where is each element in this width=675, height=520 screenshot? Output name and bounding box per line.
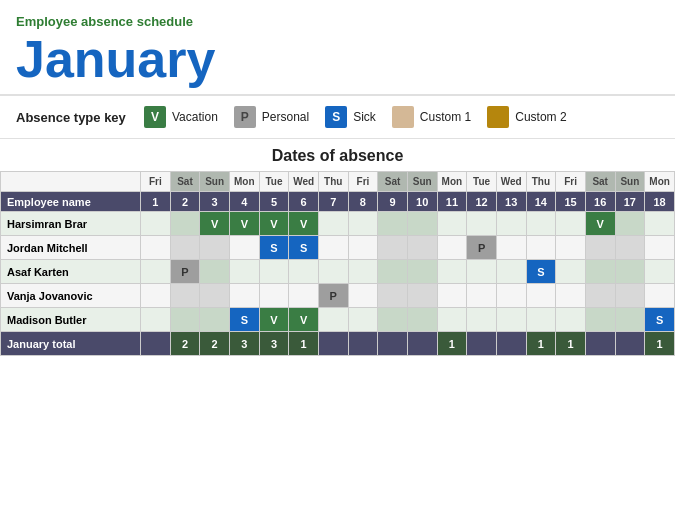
absence-cell <box>318 260 348 284</box>
absence-cell <box>259 260 289 284</box>
day-num-4: 4 <box>229 192 259 212</box>
total-cell <box>615 332 645 356</box>
dow-header-8: Sat <box>378 172 408 192</box>
absence-cell <box>615 260 645 284</box>
absence-cell <box>467 284 497 308</box>
key-item-sick: SSick <box>325 106 376 128</box>
absence-cell <box>526 236 556 260</box>
employee-name-cell: Jordan Mitchell <box>1 236 141 260</box>
absence-cell <box>467 260 497 284</box>
day-num-10: 10 <box>407 192 437 212</box>
absence-cell: V <box>585 212 615 236</box>
key-badge-personal: P <box>234 106 256 128</box>
absence-cell <box>141 212 171 236</box>
employee-name-cell: Madison Butler <box>1 308 141 332</box>
absence-cell <box>170 284 200 308</box>
absence-cell <box>378 260 408 284</box>
absence-cell <box>200 308 230 332</box>
total-cell <box>348 332 378 356</box>
absence-cell <box>289 284 319 308</box>
total-cell: 1 <box>289 332 319 356</box>
day-num-18: 18 <box>645 192 675 212</box>
employee-name-cell: Vanja Jovanovic <box>1 284 141 308</box>
absence-cell <box>229 260 259 284</box>
absence-cell <box>170 308 200 332</box>
day-num-14: 14 <box>526 192 556 212</box>
dow-header-12: Wed <box>496 172 526 192</box>
absence-key-label: Absence type key <box>16 110 126 125</box>
absence-cell <box>645 212 675 236</box>
absence-cell <box>526 308 556 332</box>
absence-cell <box>526 284 556 308</box>
total-label: January total <box>1 332 141 356</box>
absence-cell <box>645 236 675 260</box>
day-num-13: 13 <box>496 192 526 212</box>
absence-cell <box>437 212 467 236</box>
day-num-16: 16 <box>585 192 615 212</box>
dow-header-11: Tue <box>467 172 497 192</box>
dow-header-9: Sun <box>407 172 437 192</box>
employee-row: Harsimran BrarVVVVV <box>1 212 675 236</box>
day-num-7: 7 <box>318 192 348 212</box>
dow-header-1: Sat <box>170 172 200 192</box>
absence-cell: P <box>467 236 497 260</box>
absence-cell <box>526 212 556 236</box>
day-num-2: 2 <box>170 192 200 212</box>
employee-row: Madison ButlerSVVS <box>1 308 675 332</box>
absence-cell <box>437 308 467 332</box>
page-subtitle: Employee absence schedule <box>16 14 659 29</box>
dow-header-17: Mon <box>645 172 675 192</box>
absence-cell <box>170 212 200 236</box>
absence-cell <box>496 236 526 260</box>
absence-cell <box>378 308 408 332</box>
dow-header-10: Mon <box>437 172 467 192</box>
absence-cell <box>259 284 289 308</box>
empty-header <box>1 172 141 192</box>
dow-header-14: Fri <box>556 172 586 192</box>
absence-cell <box>348 212 378 236</box>
absence-cell <box>378 284 408 308</box>
absence-cell <box>378 236 408 260</box>
day-num-8: 8 <box>348 192 378 212</box>
total-row: January total223311111 <box>1 332 675 356</box>
key-label-custom2: Custom 2 <box>515 110 566 124</box>
dates-section: Dates of absence FriSatSunMonTueWedThuFr… <box>0 139 675 356</box>
total-cell <box>467 332 497 356</box>
absence-cell <box>200 236 230 260</box>
dates-title: Dates of absence <box>0 147 675 165</box>
absence-cell <box>348 260 378 284</box>
absence-cell <box>496 308 526 332</box>
day-num-17: 17 <box>615 192 645 212</box>
absence-cell <box>615 212 645 236</box>
absence-cell <box>556 236 586 260</box>
dow-header-0: Fri <box>141 172 171 192</box>
absence-cell <box>200 260 230 284</box>
absence-cell <box>141 284 171 308</box>
absence-cell: V <box>229 212 259 236</box>
total-cell: 1 <box>645 332 675 356</box>
absence-cell: V <box>289 308 319 332</box>
total-cell <box>141 332 171 356</box>
absence-cell: V <box>289 212 319 236</box>
absence-cell <box>229 284 259 308</box>
absence-cell <box>615 308 645 332</box>
absence-cell <box>556 260 586 284</box>
key-badge-custom2 <box>487 106 509 128</box>
day-num-11: 11 <box>437 192 467 212</box>
absence-cell: V <box>259 308 289 332</box>
absence-cell <box>437 284 467 308</box>
absence-cell: S <box>645 308 675 332</box>
key-items: VVacationPPersonalSSickCustom 1Custom 2 <box>144 106 567 128</box>
absence-cell <box>141 236 171 260</box>
absence-cell: S <box>526 260 556 284</box>
dow-header-7: Fri <box>348 172 378 192</box>
absence-cell <box>407 236 437 260</box>
total-cell <box>585 332 615 356</box>
absence-cell: P <box>318 284 348 308</box>
absence-cell: V <box>200 212 230 236</box>
absence-cell <box>645 260 675 284</box>
absence-cell: V <box>259 212 289 236</box>
total-cell: 3 <box>259 332 289 356</box>
key-label-custom1: Custom 1 <box>420 110 471 124</box>
total-cell <box>407 332 437 356</box>
